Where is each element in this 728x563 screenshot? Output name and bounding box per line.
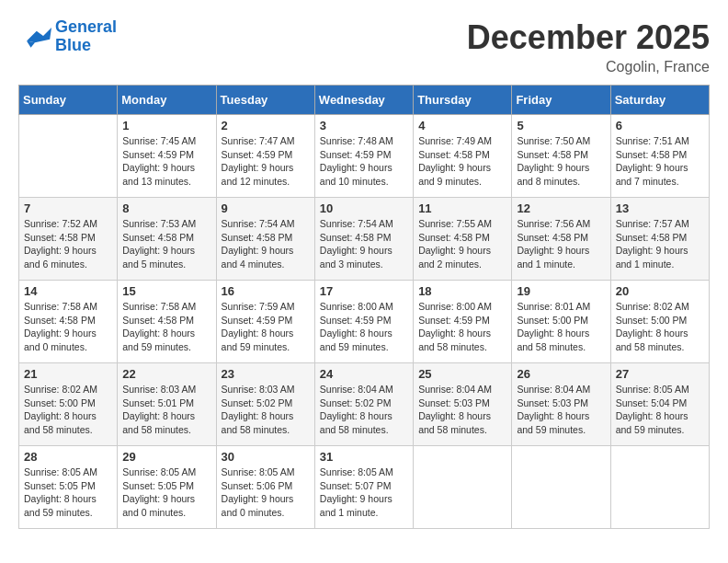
- calendar-table: SundayMondayTuesdayWednesdayThursdayFrid…: [18, 85, 710, 529]
- day-number: 24: [320, 367, 408, 381]
- calendar-cell: 28Sunrise: 8:05 AMSunset: 5:05 PMDayligh…: [19, 446, 118, 529]
- calendar-cell: 18Sunrise: 8:00 AMSunset: 4:59 PMDayligh…: [414, 281, 512, 363]
- day-info: Sunrise: 7:56 AMSunset: 4:58 PMDaylight:…: [517, 217, 605, 271]
- day-number: 9: [222, 201, 310, 215]
- title-area: December 2025 Cogolin, France: [467, 18, 710, 75]
- calendar-cell: 3Sunrise: 7:48 AMSunset: 4:59 PMDaylight…: [314, 115, 413, 198]
- day-info: Sunrise: 8:05 AMSunset: 5:04 PMDaylight:…: [616, 383, 704, 437]
- day-number: 21: [24, 367, 112, 381]
- day-info: Sunrise: 8:05 AMSunset: 5:06 PMDaylight:…: [222, 465, 310, 520]
- day-info: Sunrise: 7:55 AMSunset: 4:58 PMDaylight:…: [418, 217, 506, 271]
- calendar-cell: [414, 446, 512, 529]
- day-number: 15: [122, 284, 210, 298]
- day-info: Sunrise: 7:58 AMSunset: 4:58 PMDaylight:…: [24, 300, 112, 354]
- calendar-cell: 22Sunrise: 8:03 AMSunset: 5:01 PMDayligh…: [118, 363, 216, 446]
- weekday-header-wednesday: Wednesday: [314, 86, 413, 115]
- day-info: Sunrise: 7:51 AMSunset: 4:58 PMDaylight:…: [616, 134, 704, 189]
- day-info: Sunrise: 7:53 AMSunset: 4:58 PMDaylight:…: [122, 217, 210, 271]
- week-row-3: 14Sunrise: 7:58 AMSunset: 4:58 PMDayligh…: [19, 281, 710, 363]
- day-number: 30: [222, 450, 310, 464]
- day-number: 2: [222, 119, 310, 132]
- week-row-2: 7Sunrise: 7:52 AMSunset: 4:58 PMDaylight…: [19, 198, 710, 281]
- logo-icon: [18, 24, 51, 50]
- calendar-cell: 25Sunrise: 8:04 AMSunset: 5:03 PMDayligh…: [414, 363, 512, 446]
- day-info: Sunrise: 8:05 AMSunset: 5:07 PMDaylight:…: [320, 465, 408, 520]
- day-info: Sunrise: 7:52 AMSunset: 4:58 PMDaylight:…: [24, 217, 112, 271]
- day-info: Sunrise: 8:05 AMSunset: 5:05 PMDaylight:…: [122, 465, 210, 520]
- day-number: 13: [616, 201, 704, 215]
- day-number: 8: [122, 201, 210, 215]
- calendar-cell: 9Sunrise: 7:54 AMSunset: 4:58 PMDaylight…: [216, 198, 314, 281]
- calendar-cell: 15Sunrise: 7:58 AMSunset: 4:58 PMDayligh…: [118, 281, 216, 363]
- day-info: Sunrise: 7:45 AMSunset: 4:59 PMDaylight:…: [122, 134, 210, 189]
- calendar-cell: 11Sunrise: 7:55 AMSunset: 4:58 PMDayligh…: [414, 198, 512, 281]
- calendar-cell: 10Sunrise: 7:54 AMSunset: 4:58 PMDayligh…: [314, 198, 413, 281]
- day-info: Sunrise: 8:03 AMSunset: 5:01 PMDaylight:…: [122, 383, 210, 437]
- day-number: 18: [418, 284, 506, 298]
- logo: General Blue: [18, 18, 117, 55]
- weekday-header-thursday: Thursday: [414, 86, 512, 115]
- weekday-header-sunday: Sunday: [19, 86, 118, 115]
- calendar-cell: 16Sunrise: 7:59 AMSunset: 4:59 PMDayligh…: [216, 281, 314, 363]
- weekday-header-tuesday: Tuesday: [216, 86, 314, 115]
- calendar-cell: 13Sunrise: 7:57 AMSunset: 4:58 PMDayligh…: [610, 198, 709, 281]
- day-number: 4: [418, 119, 506, 132]
- week-row-5: 28Sunrise: 8:05 AMSunset: 5:05 PMDayligh…: [19, 446, 710, 529]
- calendar-cell: [610, 446, 709, 529]
- calendar-cell: 31Sunrise: 8:05 AMSunset: 5:07 PMDayligh…: [314, 446, 413, 529]
- day-number: 31: [320, 450, 408, 464]
- day-info: Sunrise: 8:03 AMSunset: 5:02 PMDaylight:…: [222, 383, 310, 437]
- day-info: Sunrise: 7:59 AMSunset: 4:59 PMDaylight:…: [222, 300, 310, 354]
- day-info: Sunrise: 8:01 AMSunset: 5:00 PMDaylight:…: [517, 300, 605, 354]
- calendar-cell: 27Sunrise: 8:05 AMSunset: 5:04 PMDayligh…: [610, 363, 709, 446]
- day-info: Sunrise: 8:00 AMSunset: 4:59 PMDaylight:…: [418, 300, 506, 354]
- day-number: 7: [24, 201, 112, 215]
- weekday-header-row: SundayMondayTuesdayWednesdayThursdayFrid…: [19, 86, 710, 115]
- calendar-cell: [512, 446, 610, 529]
- calendar-cell: 19Sunrise: 8:01 AMSunset: 5:00 PMDayligh…: [512, 281, 610, 363]
- weekday-header-monday: Monday: [118, 86, 216, 115]
- calendar-cell: 1Sunrise: 7:45 AMSunset: 4:59 PMDaylight…: [118, 115, 216, 198]
- day-number: 28: [24, 450, 112, 464]
- day-info: Sunrise: 8:04 AMSunset: 5:02 PMDaylight:…: [320, 383, 408, 437]
- day-number: 23: [222, 367, 310, 381]
- calendar-cell: 17Sunrise: 8:00 AMSunset: 4:59 PMDayligh…: [314, 281, 413, 363]
- day-number: 10: [320, 201, 408, 215]
- calendar-cell: 29Sunrise: 8:05 AMSunset: 5:05 PMDayligh…: [118, 446, 216, 529]
- calendar-cell: 5Sunrise: 7:50 AMSunset: 4:58 PMDaylight…: [512, 115, 610, 198]
- calendar-cell: 30Sunrise: 8:05 AMSunset: 5:06 PMDayligh…: [216, 446, 314, 529]
- day-number: 14: [24, 284, 112, 298]
- day-info: Sunrise: 7:48 AMSunset: 4:59 PMDaylight:…: [320, 134, 408, 189]
- day-number: 11: [418, 201, 506, 215]
- month-title: December 2025: [467, 18, 710, 57]
- calendar-cell: 21Sunrise: 8:02 AMSunset: 5:00 PMDayligh…: [19, 363, 118, 446]
- day-number: 19: [517, 284, 605, 298]
- day-number: 20: [616, 284, 704, 298]
- calendar-cell: 24Sunrise: 8:04 AMSunset: 5:02 PMDayligh…: [314, 363, 413, 446]
- day-info: Sunrise: 7:50 AMSunset: 4:58 PMDaylight:…: [517, 134, 605, 189]
- day-number: 17: [320, 284, 408, 298]
- header-area: General Blue December 2025 Cogolin, Fran…: [18, 18, 710, 75]
- calendar-cell: 23Sunrise: 8:03 AMSunset: 5:02 PMDayligh…: [216, 363, 314, 446]
- calendar-cell: 6Sunrise: 7:51 AMSunset: 4:58 PMDaylight…: [610, 115, 709, 198]
- calendar-cell: [19, 115, 118, 198]
- calendar-cell: 8Sunrise: 7:53 AMSunset: 4:58 PMDaylight…: [118, 198, 216, 281]
- day-number: 22: [122, 367, 210, 381]
- day-number: 26: [517, 367, 605, 381]
- weekday-header-friday: Friday: [512, 86, 610, 115]
- day-info: Sunrise: 7:58 AMSunset: 4:58 PMDaylight:…: [122, 300, 210, 354]
- day-number: 25: [418, 367, 506, 381]
- day-info: Sunrise: 8:05 AMSunset: 5:05 PMDaylight:…: [24, 465, 112, 520]
- day-number: 3: [320, 119, 408, 132]
- day-info: Sunrise: 7:54 AMSunset: 4:58 PMDaylight:…: [320, 217, 408, 271]
- location: Cogolin, France: [467, 59, 710, 75]
- day-number: 27: [616, 367, 704, 381]
- day-number: 1: [122, 119, 210, 132]
- day-info: Sunrise: 7:57 AMSunset: 4:58 PMDaylight:…: [616, 217, 704, 271]
- week-row-1: 1Sunrise: 7:45 AMSunset: 4:59 PMDaylight…: [19, 115, 710, 198]
- day-info: Sunrise: 8:04 AMSunset: 5:03 PMDaylight:…: [418, 383, 506, 437]
- day-number: 12: [517, 201, 605, 215]
- day-number: 6: [616, 119, 704, 132]
- svg-marker-0: [27, 28, 51, 42]
- day-info: Sunrise: 7:47 AMSunset: 4:59 PMDaylight:…: [222, 134, 310, 189]
